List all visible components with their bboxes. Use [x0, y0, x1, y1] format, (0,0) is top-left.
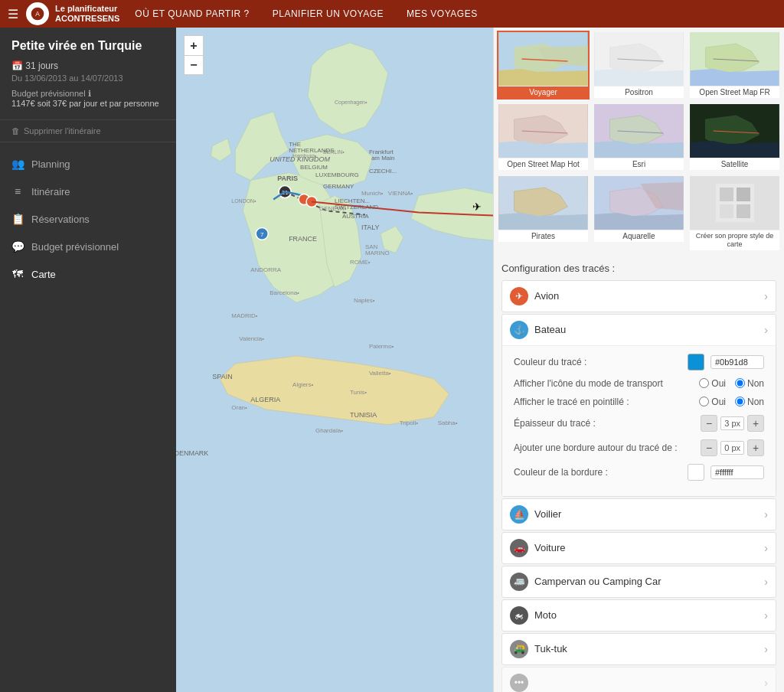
sidebar-item-reservations[interactable]: 📋 Réservations [0, 205, 176, 233]
nav-where[interactable]: OÙ ET QUAND PARTIR ? [135, 8, 249, 19]
logo-icon: A [26, 2, 49, 25]
sidebar-item-budget[interactable]: 💬 Budget prévisionnel [0, 233, 176, 260]
zoom-out-button[interactable]: − [184, 55, 204, 75]
border-plus[interactable]: + [747, 439, 764, 456]
border-color-swatch[interactable] [688, 464, 704, 481]
map-thumb-positron[interactable]: Positron [593, 31, 685, 100]
svg-text:SAN: SAN [365, 243, 378, 250]
voyager-preview [498, 32, 588, 86]
svg-text:TUNISIA: TUNISIA [350, 411, 377, 419]
dotted-radio-group: Oui Non [699, 397, 764, 407]
transport-campervan[interactable]: 🚐 Campervan ou Camping Car › [501, 566, 776, 598]
map-thumb-voyager[interactable]: Voyager [497, 31, 590, 100]
svg-text:7: 7 [260, 231, 264, 238]
svg-text:AUSTRIA: AUSTRIA [342, 213, 369, 220]
svg-point-5 [299, 194, 309, 204]
nav-mytrips[interactable]: MES VOYAGES [407, 8, 478, 19]
border-color-label: Couleur de la bordure : [514, 467, 681, 478]
voilier-header[interactable]: ⛵ Voilier › [502, 499, 776, 530]
map-thumb-custom[interactable]: Créer son propre style de carte [688, 175, 781, 252]
nav-plan[interactable]: PLANIFIER UN VOYAGE [273, 8, 384, 19]
bateau-chevron: › [764, 324, 768, 336]
moto-header[interactable]: 🏍 Moto › [502, 600, 776, 631]
svg-text:ANDORRA: ANDORRA [250, 266, 282, 273]
transport-tuktuk[interactable]: 🛺 Tuk-tuk › [501, 633, 776, 665]
color-input[interactable] [710, 355, 764, 369]
dotted-oui-label[interactable]: Oui [699, 397, 726, 407]
thickness-label: Épaisseur du tracé : [514, 418, 694, 429]
svg-text:VIENNA•: VIENNA• [388, 190, 413, 197]
transport-moto[interactable]: 🏍 Moto › [501, 599, 776, 632]
avion-header[interactable]: ✈ Avion › [502, 281, 776, 312]
map-thumb-aquarelle[interactable]: Aquarelle [593, 175, 685, 252]
svg-point-3 [279, 186, 291, 198]
svg-text:Barcelona•: Barcelona• [270, 289, 299, 296]
bateau-icon: ⚓ [510, 321, 528, 339]
svg-text:ITALY: ITALY [361, 224, 380, 231]
map-thumb-pirates[interactable]: Pirates [497, 175, 590, 252]
tuktuk-header[interactable]: 🛺 Tuk-tuk › [502, 634, 776, 664]
transport-avion[interactable]: ✈ Avion › [501, 280, 776, 312]
voiture-header[interactable]: 🚗 Voiture › [502, 533, 776, 563]
svg-point-7 [256, 227, 268, 240]
color-swatch[interactable] [688, 354, 704, 370]
icon-non-label[interactable]: Non [735, 378, 764, 389]
pirates-label: Pirates [498, 230, 588, 242]
svg-text:DENMARK: DENMARK [176, 449, 208, 457]
svg-rect-70 [737, 204, 750, 218]
border-color-input[interactable] [710, 465, 764, 479]
transport-voiture[interactable]: 🚗 Voiture › [501, 532, 776, 564]
color-row: Couleur du tracé : [514, 354, 764, 370]
icon-oui-radio[interactable] [699, 378, 709, 388]
transport-voilier[interactable]: ⛵ Voilier › [501, 498, 776, 530]
logo-text: Le planificateur ACONTRESENS [55, 4, 119, 24]
icon-oui-label[interactable]: Oui [699, 378, 726, 389]
map-thumb-osm-hot[interactable]: Open Street Map Hot [497, 103, 590, 171]
svg-text:ALGERIA: ALGERIA [250, 396, 280, 403]
thickness-plus[interactable]: + [747, 415, 764, 432]
map-thumb-esri[interactable]: Esri [593, 103, 685, 171]
icon-non-radio[interactable] [735, 378, 745, 388]
icon-radio-group: Oui Non [699, 378, 764, 389]
dotted-non-radio[interactable] [735, 397, 745, 406]
dotted-non-label[interactable]: Non [735, 397, 764, 407]
border-color-row: Couleur de la bordure : [514, 464, 764, 481]
svg-text:Sabha•: Sabha• [438, 419, 458, 426]
sidebar-item-itinerary[interactable]: ≡ Itinéraire [0, 178, 176, 205]
dotted-oui-radio[interactable] [699, 397, 709, 406]
thickness-minus[interactable]: − [701, 415, 717, 432]
zoom-in-button[interactable]: + [184, 35, 204, 55]
more-icon: ••• [510, 674, 528, 692]
map-thumb-osm-fr[interactable]: Open Street Map FR [688, 31, 781, 100]
pirates-preview [498, 176, 588, 230]
campervan-header[interactable]: 🚐 Campervan ou Camping Car › [502, 566, 776, 597]
bateau-header[interactable]: ⚓ Bateau › [502, 315, 776, 345]
border-minus[interactable]: − [701, 439, 717, 456]
trip-meta: 📅 31 jours Du 13/06/2013 au 14/07/2013 B… [0, 60, 176, 112]
reservations-icon: 📋 [11, 213, 24, 225]
aquarelle-preview [594, 176, 684, 230]
map-area[interactable]: 11 7 ✈ UNITED KINGDOM Hamburg• BERLIN• [176, 28, 493, 692]
svg-text:Tripoli•: Tripoli• [400, 419, 418, 426]
planning-icon: 👥 [11, 158, 24, 170]
map-thumb-satellite[interactable]: Satellite [688, 103, 781, 171]
svg-text:Tunis•: Tunis• [350, 389, 367, 396]
tuktuk-chevron: › [764, 643, 768, 655]
svg-text:Frankfurt: Frankfurt [369, 149, 394, 155]
svg-text:MARINO: MARINO [365, 250, 390, 256]
border-row: Ajouter une bordure autour du tracé de :… [514, 439, 764, 456]
svg-text:ROME•: ROME• [350, 259, 371, 266]
svg-text:NETHERLANDS: NETHERLANDS [289, 147, 334, 154]
sidebar-item-planning[interactable]: 👥 Planning [0, 150, 176, 178]
svg-text:Ghardaïa•: Ghardaïa• [315, 427, 343, 434]
transport-bateau[interactable]: ⚓ Bateau › Couleur du tracé : Afficher l… [501, 314, 776, 497]
map-svg: 11 7 ✈ UNITED KINGDOM Hamburg• BERLIN• [176, 28, 493, 692]
bateau-expanded: Couleur du tracé : Afficher l'icône du m… [502, 345, 776, 496]
delete-itinerary-button[interactable]: 🗑 Supprimer l'itinéraire [0, 119, 176, 142]
map-controls: + − [184, 35, 204, 75]
sidebar-item-carte[interactable]: 🗺 Carte [0, 260, 176, 288]
voilier-label: Voilier [534, 508, 758, 520]
esri-preview [594, 104, 684, 158]
hamburger-menu[interactable]: ☰ [8, 7, 18, 21]
svg-text:SWITZERLAND: SWITZERLAND [335, 204, 378, 211]
